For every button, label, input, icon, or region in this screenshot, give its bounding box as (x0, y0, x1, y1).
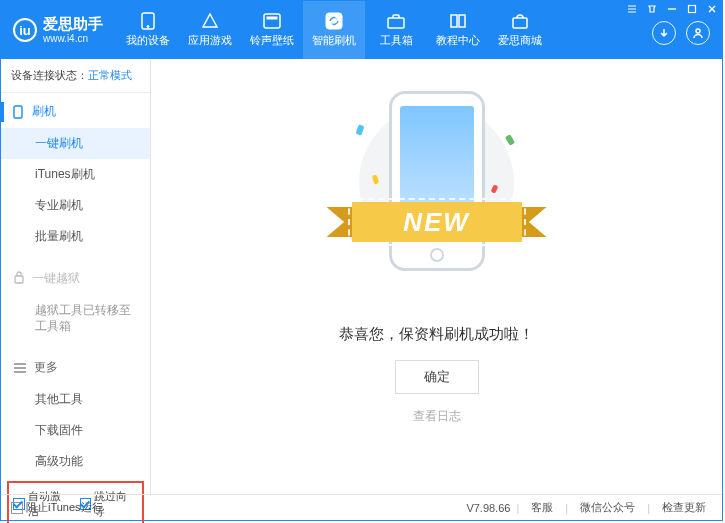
sidebar-jailbreak-note: 越狱工具已转移至工具箱 (1, 295, 150, 341)
sidebar-item-one-click-flash[interactable]: 一键刷机 (1, 128, 150, 159)
svg-point-1 (147, 26, 149, 28)
nav-apps-games[interactable]: 应用游戏 (179, 1, 241, 59)
wallpaper-icon (262, 12, 282, 30)
connection-mode: 正常模式 (88, 69, 132, 81)
brand-url: www.i4.cn (43, 33, 103, 44)
svg-rect-10 (15, 276, 23, 283)
new-ribbon: NEW (327, 197, 547, 247)
success-message: 恭喜您，保资料刷机成功啦！ (339, 325, 534, 344)
brand: iu 爱思助手 www.i4.cn (1, 1, 113, 59)
svg-rect-6 (513, 18, 527, 28)
connection-status: 设备连接状态：正常模式 (1, 59, 150, 93)
nav-ringtones[interactable]: 铃声壁纸 (241, 1, 303, 59)
phone-outline-icon (11, 105, 25, 119)
refresh-icon (324, 12, 344, 30)
sidebar-head-more[interactable]: 更多 (1, 351, 150, 384)
app-window: iu 爱思助手 www.i4.cn 我的设备 应用游戏 铃声壁纸 智能刷机 (0, 0, 723, 521)
version-label: V7.98.66 (466, 502, 510, 514)
nav-tutorials[interactable]: 教程中心 (427, 1, 489, 59)
list-icon (13, 362, 27, 374)
svg-rect-3 (267, 17, 277, 19)
brand-logo-icon: iu (13, 18, 37, 42)
svg-rect-4 (326, 13, 342, 29)
svg-rect-9 (14, 106, 22, 118)
wechat-link[interactable]: 微信公众号 (580, 500, 635, 515)
book-icon (448, 12, 468, 30)
sidebar-item-pro-flash[interactable]: 专业刷机 (1, 190, 150, 221)
sidebar-head-jailbreak: 一键越狱 (1, 262, 150, 295)
lock-icon (13, 270, 25, 287)
body: 设备连接状态：正常模式 刷机 一键刷机 iTunes刷机 专业刷机 批量刷机 一… (1, 59, 722, 494)
minimize-icon[interactable] (665, 3, 679, 15)
view-log-link[interactable]: 查看日志 (413, 408, 461, 425)
menu-icon[interactable] (625, 3, 639, 15)
svg-rect-5 (388, 18, 404, 28)
success-illustration: NEW (347, 85, 527, 285)
skin-icon[interactable] (645, 3, 659, 15)
confirm-button[interactable]: 确定 (395, 360, 479, 394)
nav-toolbox[interactable]: 工具箱 (365, 1, 427, 59)
sidebar: 设备连接状态：正常模式 刷机 一键刷机 iTunes刷机 专业刷机 批量刷机 一… (1, 59, 151, 494)
sidebar-item-itunes-flash[interactable]: iTunes刷机 (1, 159, 150, 190)
nav-my-device[interactable]: 我的设备 (117, 1, 179, 59)
sidebar-head-flash[interactable]: 刷机 (1, 95, 150, 128)
nav-smart-flash[interactable]: 智能刷机 (303, 1, 365, 59)
user-button[interactable] (686, 21, 710, 45)
sidebar-item-advanced[interactable]: 高级功能 (1, 446, 150, 477)
brand-title: 爱思助手 (43, 16, 103, 33)
window-controls (625, 3, 719, 15)
header-bar: iu 爱思助手 www.i4.cn 我的设备 应用游戏 铃声壁纸 智能刷机 (1, 1, 722, 59)
sidebar-item-batch-flash[interactable]: 批量刷机 (1, 221, 150, 252)
store-icon (510, 12, 530, 30)
footer-bar: 阻止iTunes运行 V7.98.66 | 客服 | 微信公众号 | 检查更新 (1, 494, 722, 520)
sidebar-item-download-firmware[interactable]: 下载固件 (1, 415, 150, 446)
phone-icon (138, 12, 158, 30)
sidebar-item-other-tools[interactable]: 其他工具 (1, 384, 150, 415)
top-nav: 我的设备 应用游戏 铃声壁纸 智能刷机 工具箱 教程中心 (117, 1, 551, 59)
svg-rect-2 (264, 14, 280, 28)
main-panel: NEW 恭喜您，保资料刷机成功啦！ 确定 查看日志 (151, 59, 722, 494)
svg-rect-8 (689, 6, 696, 13)
apps-icon (200, 12, 220, 30)
svg-point-7 (696, 29, 700, 33)
maximize-icon[interactable] (685, 3, 699, 15)
download-button[interactable] (652, 21, 676, 45)
toolbox-icon (386, 12, 406, 30)
check-update-link[interactable]: 检查更新 (662, 500, 706, 515)
customer-service-link[interactable]: 客服 (531, 500, 553, 515)
close-icon[interactable] (705, 3, 719, 15)
nav-store[interactable]: 爱思商城 (489, 1, 551, 59)
